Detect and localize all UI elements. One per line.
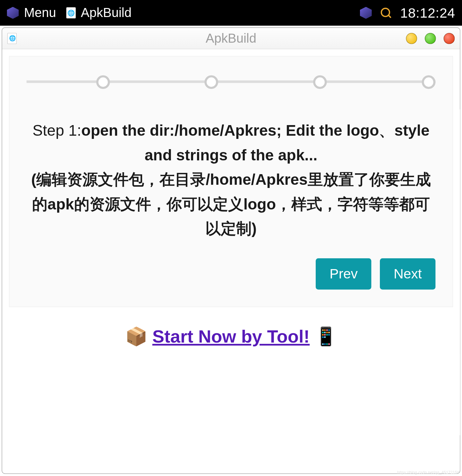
document-icon <box>7 33 17 44</box>
taskbar-menu[interactable]: Menu <box>7 5 56 20</box>
cube-icon[interactable] <box>360 7 372 19</box>
step-dot-4[interactable] <box>422 75 436 89</box>
clock: 18:12:24 <box>400 5 455 21</box>
close-button[interactable] <box>444 33 455 44</box>
taskbar: Menu ApkBuild 18:12:24 <box>0 0 462 26</box>
taskbar-app[interactable]: ApkBuild <box>66 5 132 20</box>
search-icon[interactable] <box>381 7 392 19</box>
next-button[interactable]: Next <box>380 258 435 289</box>
cta-row: 📦 Start Now by Tool! 📱 <box>9 326 453 347</box>
prev-button[interactable]: Prev <box>316 258 372 289</box>
step-dot-1[interactable] <box>96 75 110 89</box>
window-title: ApkBuild <box>206 31 256 46</box>
app-window: ApkBuild <box>2 27 460 474</box>
phone-icon: 📱 <box>315 326 337 346</box>
minimize-button[interactable] <box>406 33 417 44</box>
step-prefix: Step 1: <box>32 122 81 139</box>
step-dot-2[interactable] <box>205 75 218 89</box>
window-body: Step 1:open the dir:/home/Apkres; Edit t… <box>2 49 460 473</box>
step-headline: open the dir:/home/Apkres; Edit the logo… <box>81 122 429 164</box>
watermark: https://blog.csdn.net/qq_45172158 <box>397 470 459 475</box>
package-icon: 📦 <box>125 326 147 346</box>
taskbar-app-label: ApkBuild <box>81 5 132 20</box>
document-icon <box>66 7 76 19</box>
taskbar-menu-label: Menu <box>24 5 56 20</box>
step-subline: (编辑资源文件包，在目录/home/Apkres里放置了你要生成的apk的资源文… <box>31 171 431 237</box>
titlebar[interactable]: ApkBuild <box>2 28 460 49</box>
cube-icon <box>7 7 19 19</box>
cta-link[interactable]: Start Now by Tool! <box>152 326 310 346</box>
step-description: Step 1:open the dir:/home/Apkres; Edit t… <box>27 118 436 241</box>
maximize-button[interactable] <box>425 33 436 44</box>
wizard-card: Step 1:open the dir:/home/Apkres; Edit t… <box>9 56 453 307</box>
stepper <box>27 71 436 92</box>
step-dot-3[interactable] <box>313 75 327 89</box>
